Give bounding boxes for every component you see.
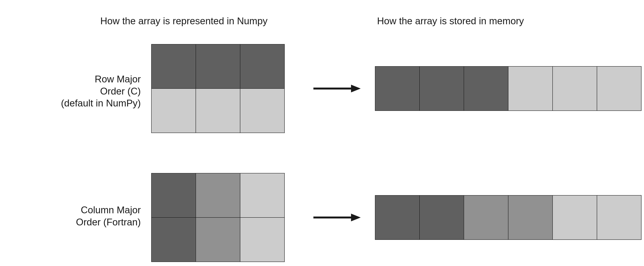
- grid-cell: [240, 217, 285, 262]
- grid-cell: [196, 88, 240, 133]
- grid-cell: [240, 44, 285, 89]
- grid-cell: [196, 44, 240, 89]
- memory-cell: [464, 66, 508, 111]
- grid-cell: [240, 173, 285, 218]
- arrow-icon: [312, 213, 361, 222]
- label-row-major: Row Major Order (C) (default in NumPy): [61, 73, 141, 109]
- grid-cell: [151, 217, 196, 262]
- svg-marker-3: [351, 214, 361, 221]
- memory-cell: [375, 195, 420, 240]
- grid-col-major-2x3: [152, 173, 284, 262]
- label-line: Order (Fortran): [76, 216, 141, 228]
- grid-cell: [151, 44, 196, 89]
- label-line: Column Major: [76, 204, 141, 216]
- grid-cell: [151, 173, 196, 218]
- svg-marker-1: [351, 85, 361, 92]
- memory-cell: [508, 66, 553, 111]
- heading-left: How the array is represented in Numpy: [100, 15, 268, 26]
- label-line: Order (C): [61, 85, 141, 97]
- memory-cell: [419, 66, 464, 111]
- label-line: (default in NumPy): [61, 97, 141, 109]
- grid-cell: [196, 217, 240, 262]
- label-line: Row Major: [61, 73, 141, 85]
- memory-cell: [508, 195, 553, 240]
- memory-cell: [597, 66, 642, 111]
- grid-cell: [151, 88, 196, 133]
- memory-cell: [464, 195, 508, 240]
- grid-cell: [240, 88, 285, 133]
- label-col-major: Column Major Order (Fortran): [76, 204, 141, 228]
- arrow-icon: [312, 84, 361, 93]
- memory-col-major-1x6: [375, 195, 641, 240]
- memory-cell: [552, 195, 597, 240]
- memory-cell: [552, 66, 597, 111]
- memory-cell: [597, 195, 642, 240]
- heading-right: How the array is stored in memory: [377, 15, 524, 26]
- memory-cell: [419, 195, 464, 240]
- memory-row-major-1x6: [375, 66, 641, 111]
- grid-cell: [196, 173, 240, 218]
- memory-cell: [375, 66, 420, 111]
- grid-row-major-2x3: [152, 44, 284, 133]
